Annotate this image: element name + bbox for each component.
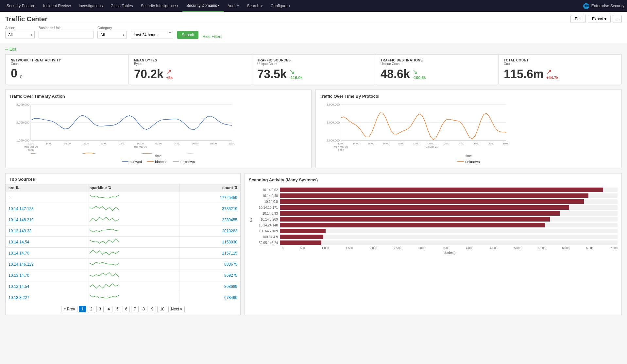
legend-color-blocked [147, 161, 154, 162]
legend-color-allowed [122, 161, 128, 162]
export-button[interactable]: Export ▾ [588, 15, 611, 23]
prev-button[interactable]: « Prev [61, 306, 78, 312]
kpi-value-row-4: 115.6m ↗ +44.7k [504, 68, 616, 80]
col-header-sparkline[interactable]: sparkline ⇅ [87, 184, 179, 192]
cell-sparkline [87, 192, 179, 203]
cell-src[interactable]: 10.13.8.227 [6, 292, 87, 303]
line-chart-right [320, 101, 509, 154]
cell-count[interactable]: 3785219 [179, 203, 240, 214]
bar-track [280, 199, 618, 204]
page-button-2[interactable]: 2 [88, 306, 95, 312]
bar-label: 10.14.0.93 [254, 212, 280, 215]
submit-button[interactable]: Submit [177, 31, 198, 39]
page-button-9[interactable]: 9 [149, 306, 156, 312]
bar-fill [280, 223, 545, 227]
kpi-value-row-1: 70.2k ↗ +5k [134, 68, 246, 80]
cell-src[interactable]: 10.13.149.33 [6, 225, 87, 237]
legend-item-unknown: unknown [173, 160, 195, 164]
legend-color-unknown-right [457, 161, 464, 162]
cell-count[interactable]: 1157115 [179, 248, 240, 259]
nav-item-security-domains[interactable]: Security Domains ▾ [182, 0, 224, 12]
cell-count[interactable]: 678490 [179, 292, 240, 303]
page-button-10[interactable]: 10 [157, 306, 167, 312]
edit-button[interactable]: Edit [570, 15, 586, 23]
page-button-4[interactable]: 4 [105, 306, 112, 312]
cell-count[interactable]: 868689 [179, 281, 240, 292]
category-select[interactable]: All [97, 31, 127, 39]
pencil-icon: ✏ [5, 47, 8, 52]
table-row: 10.14.14.541158930 [6, 237, 240, 248]
chevron-down-icon: ▾ [289, 4, 290, 8]
up-arrow-icon-4: ↗ [546, 68, 552, 75]
cell-src[interactable]: 10.14.14.70 [6, 248, 87, 259]
nav-item-search[interactable]: Search > [243, 0, 266, 12]
kpi-title-4: TOTAL COUNT [504, 58, 616, 62]
cell-count[interactable]: 2013263 [179, 225, 240, 237]
kpi-subtitle-2: Unique Count [257, 62, 370, 66]
kpi-value-0: 0 [11, 68, 17, 79]
cell-src[interactable]: 10.14.148.219 [6, 214, 87, 225]
kpi-change-2: ↘ -116.9k [289, 68, 303, 80]
page-button-6[interactable]: 6 [123, 306, 130, 312]
cell-src[interactable]: 10.13.14.54 [6, 281, 87, 292]
cell-src[interactable]: 10.13.14.70 [6, 270, 87, 281]
bar-track [280, 229, 618, 233]
col-header-src[interactable]: src ⇅ [6, 184, 87, 192]
bar-fill [280, 235, 323, 239]
legend-color-unknown [173, 161, 179, 162]
cell-sparkline [87, 214, 179, 225]
header-actions: Edit Export ▾ ... [570, 15, 622, 23]
bar-label: 10.14.0.8 [254, 200, 280, 204]
time-select[interactable]: Last 24 hours [131, 31, 173, 39]
nav-item-incident-review[interactable]: Incident Review [39, 0, 75, 12]
page-button-3[interactable]: 3 [96, 306, 104, 312]
hide-filters-button[interactable]: Hide Filters [202, 34, 222, 39]
action-select[interactable]: All [5, 31, 35, 39]
business-unit-label: Business Unit [39, 26, 93, 30]
chevron-down-icon: ▾ [177, 4, 178, 8]
page-button-8[interactable]: 8 [140, 306, 147, 312]
pagination: « Prev 1 2 3 4 5 6 7 8 9 10 Next » [6, 303, 240, 315]
cell-count[interactable]: 869275 [179, 270, 240, 281]
chevron-down-icon: ▾ [604, 17, 606, 21]
up-arrow-icon-1: ↗ [166, 68, 172, 75]
cell-sparkline [87, 203, 179, 214]
kpi-title-2: TRAFFIC SOURCES [257, 58, 370, 62]
nav-item-configure[interactable]: Configure ▾ [267, 0, 294, 12]
cell-src: – [6, 192, 87, 203]
chart-area-right [320, 101, 618, 154]
col-header-count[interactable]: count ⇅ [179, 184, 240, 192]
business-unit-input[interactable] [39, 31, 93, 39]
kpi-delta-2: -116.9k [289, 75, 303, 80]
top-sources-table: src ⇅ sparkline ⇅ count ⇅ –1772545910.14… [6, 184, 240, 303]
page-button-7[interactable]: 7 [131, 306, 139, 312]
nav-right: 🌐 Enterprise Security [583, 3, 624, 9]
nav-item-security-posture[interactable]: Security Posture [3, 0, 39, 12]
nav-item-audit[interactable]: Audit ▾ [224, 0, 243, 12]
bar-row: 10.14.8.209 [254, 217, 618, 222]
edit-link[interactable]: ✏ Edit [5, 47, 622, 52]
kpi-card-total-count: TOTAL COUNT Count 115.6m ↗ +44.7k [499, 55, 621, 84]
cell-count[interactable]: 883675 [179, 259, 240, 270]
page-button-5[interactable]: 5 [114, 306, 121, 312]
nav-item-investigations[interactable]: Investigations [75, 0, 107, 12]
page-title: Traffic Center [5, 15, 47, 23]
bar-row: 10.14.0.93 [254, 211, 618, 216]
cell-src[interactable]: 10.14.146.129 [6, 259, 87, 270]
cell-count[interactable]: 2280455 [179, 214, 240, 225]
nav-item-glass-tables[interactable]: Glass Tables [107, 0, 137, 12]
nav-item-security-intelligence[interactable]: Security Intelligence ▾ [137, 0, 182, 12]
chart-area-left [9, 101, 307, 154]
cell-src[interactable]: 10.14.14.54 [6, 237, 87, 248]
more-options-button[interactable]: ... [613, 15, 622, 23]
cell-count[interactable]: 1158930 [179, 237, 240, 248]
chart-title-left: Traffic Over Time By Action [9, 94, 307, 99]
next-button[interactable]: Next » [168, 306, 185, 312]
cell-sparkline [87, 259, 179, 270]
kpi-change-1: ↗ +5k [166, 68, 173, 80]
cell-count[interactable]: 17725459 [179, 192, 240, 203]
kpi-title-3: TRAFFIC DESTINATIONS [381, 58, 493, 62]
page-button-1[interactable]: 1 [79, 306, 86, 312]
cell-src[interactable]: 10.14.147.128 [6, 203, 87, 214]
legend-item-unknown-right: unknown [457, 160, 480, 164]
